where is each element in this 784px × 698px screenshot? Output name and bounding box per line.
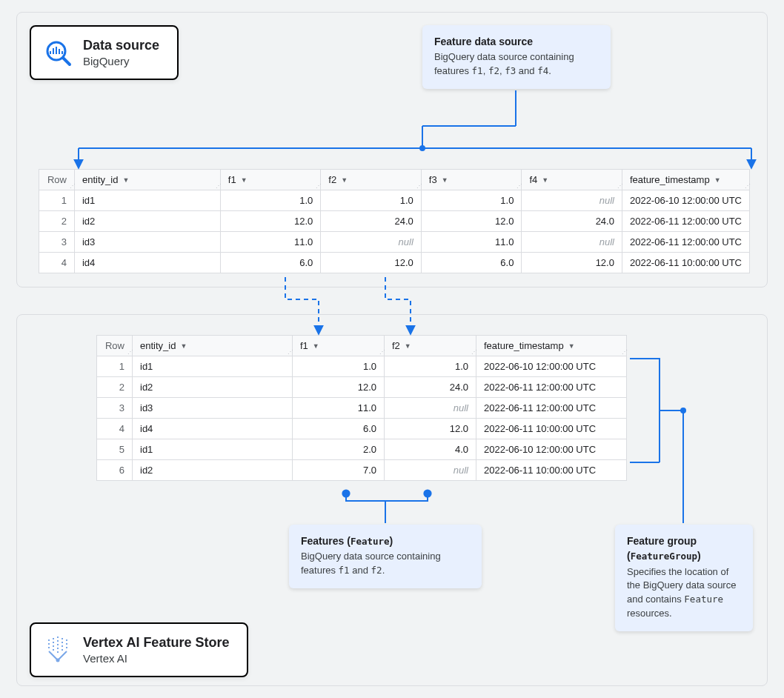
col-f3[interactable]: f3▼⋰ xyxy=(421,170,522,190)
cell: id3 xyxy=(133,398,293,419)
cell: 1.0 xyxy=(385,356,476,377)
callout-group-body: Specifies the location of the BigQuery d… xyxy=(627,565,741,621)
cell: 24.0 xyxy=(385,377,476,398)
table-feature-group: Row⋰ entity_id▼⋰ f1▼⋰ f2▼⋰ feature_times… xyxy=(96,335,627,481)
chevron-down-icon: ▼ xyxy=(122,176,129,184)
cell: 5 xyxy=(97,439,133,460)
cell: 2022-06-10 12:00:00 UTC xyxy=(622,190,749,211)
cell: 4.0 xyxy=(385,439,476,460)
col-entity-id[interactable]: entity_id▼⋰ xyxy=(133,336,293,356)
col-f1[interactable]: f1▼⋰ xyxy=(220,170,321,190)
cell: id3 xyxy=(74,232,220,253)
cell: id1 xyxy=(133,356,293,377)
svg-line-1 xyxy=(63,58,70,64)
table-row: 2id212.024.02022-06-11 12:00:00 UTC xyxy=(97,377,627,398)
col-feature-timestamp[interactable]: feature_timestamp▼⋰ xyxy=(476,336,627,356)
table-row: 1id11.01.01.0null2022-06-10 12:00:00 UTC xyxy=(39,190,750,211)
col-feature-timestamp[interactable]: feature_timestamp▼⋰ xyxy=(622,170,749,190)
table-row: 4id46.012.02022-06-11 10:00:00 UTC xyxy=(97,419,627,439)
callout-feature-group: Feature group (FeatureGroup) Specifies t… xyxy=(615,525,753,631)
callout-source-title: Feature data source xyxy=(434,34,599,49)
col-f4[interactable]: f4▼⋰ xyxy=(522,170,622,190)
table-row: 4id46.012.06.012.02022-06-11 10:00:00 UT… xyxy=(39,253,750,273)
cell: 12.0 xyxy=(522,253,622,273)
col-row[interactable]: Row⋰ xyxy=(39,170,75,190)
cell: 1 xyxy=(97,356,133,377)
chevron-down-icon: ▼ xyxy=(568,342,575,350)
cell: 1.0 xyxy=(293,356,385,377)
card-data-source: Data source BigQuery xyxy=(30,25,179,80)
vertex-ai-icon xyxy=(43,635,73,665)
cell: 1 xyxy=(39,190,75,211)
bigquery-icon xyxy=(43,38,73,67)
svg-point-2 xyxy=(56,659,60,662)
table-row: 6id27.0null2022-06-11 10:00:00 UTC xyxy=(97,460,627,481)
callout-features-title: Features (Feature) xyxy=(301,534,470,548)
cell: 11.0 xyxy=(220,232,321,253)
callout-features-body: BigQuery data source containing features… xyxy=(301,550,470,578)
table-row: 3id311.0null2022-06-11 12:00:00 UTC xyxy=(97,398,627,419)
col-f1[interactable]: f1▼⋰ xyxy=(293,336,385,356)
cell: null xyxy=(385,398,476,419)
cell: 2022-06-10 12:00:00 UTC xyxy=(476,356,627,377)
chevron-down-icon: ▼ xyxy=(405,342,411,350)
table-row: 1id11.01.02022-06-10 12:00:00 UTC xyxy=(97,356,627,377)
card-vertex-subtitle: Vertex AI xyxy=(83,651,229,666)
cell: 12.0 xyxy=(385,419,476,439)
cell: id2 xyxy=(133,460,293,481)
cell: 2022-06-11 12:00:00 UTC xyxy=(622,232,749,253)
cell: null xyxy=(522,190,622,211)
cell: 2 xyxy=(39,211,75,232)
cell: 6.0 xyxy=(220,253,321,273)
cell: 11.0 xyxy=(293,398,385,419)
cell: null xyxy=(522,232,622,253)
cell: 12.0 xyxy=(321,253,422,273)
card-data-source-title: Data source xyxy=(83,37,159,54)
cell: 4 xyxy=(39,253,75,273)
col-f2[interactable]: f2▼⋰ xyxy=(321,170,422,190)
cell: 1.0 xyxy=(220,190,321,211)
chevron-down-icon: ▼ xyxy=(241,176,248,184)
cell: 1.0 xyxy=(321,190,422,211)
cell: id1 xyxy=(74,190,220,211)
table-row: 2id212.024.012.024.02022-06-11 12:00:00 … xyxy=(39,211,750,232)
cell: 1.0 xyxy=(421,190,522,211)
callout-group-title: Feature group (FeatureGroup) xyxy=(627,534,741,564)
cell: id2 xyxy=(133,377,293,398)
cell: id1 xyxy=(133,439,293,460)
cell: 2.0 xyxy=(293,439,385,460)
callout-source-body: BigQuery data source containing features… xyxy=(434,50,599,79)
chevron-down-icon: ▼ xyxy=(542,176,548,184)
callout-features: Features (Feature) BigQuery data source … xyxy=(289,525,482,588)
chevron-down-icon: ▼ xyxy=(180,342,187,350)
cell: 7.0 xyxy=(293,460,385,481)
card-vertex-ai: Vertex AI Feature Store Vertex AI xyxy=(30,622,248,677)
cell: null xyxy=(385,460,476,481)
col-f2[interactable]: f2▼⋰ xyxy=(385,336,476,356)
chevron-down-icon: ▼ xyxy=(313,342,319,350)
cell: 11.0 xyxy=(421,232,522,253)
cell: 2022-06-11 12:00:00 UTC xyxy=(476,398,627,419)
cell: 3 xyxy=(39,232,75,253)
col-entity-id[interactable]: entity_id▼⋰ xyxy=(74,170,220,190)
cell: id2 xyxy=(74,211,220,232)
cell: 4 xyxy=(97,419,133,439)
card-vertex-title: Vertex AI Feature Store xyxy=(83,634,229,651)
cell: 6.0 xyxy=(421,253,522,273)
cell: 2022-06-11 10:00:00 UTC xyxy=(476,460,627,481)
cell: 12.0 xyxy=(421,211,522,232)
table-bigquery-source: Row⋰ entity_id▼⋰ f1▼⋰ f2▼⋰ f3▼⋰ f4▼⋰ fea… xyxy=(39,169,750,273)
cell: 2022-06-11 10:00:00 UTC xyxy=(622,253,749,273)
cell: 3 xyxy=(97,398,133,419)
col-row[interactable]: Row⋰ xyxy=(97,336,133,356)
cell: 2022-06-11 12:00:00 UTC xyxy=(622,211,749,232)
cell: 2022-06-10 12:00:00 UTC xyxy=(476,439,627,460)
cell: 12.0 xyxy=(293,377,385,398)
table-row: 5id12.04.02022-06-10 12:00:00 UTC xyxy=(97,439,627,460)
card-data-source-subtitle: BigQuery xyxy=(83,54,159,69)
cell: id4 xyxy=(74,253,220,273)
cell: 2022-06-11 10:00:00 UTC xyxy=(476,419,627,439)
callout-feature-data-source: Feature data source BigQuery data source… xyxy=(422,25,611,89)
cell: 24.0 xyxy=(522,211,622,232)
cell: 6.0 xyxy=(293,419,385,439)
